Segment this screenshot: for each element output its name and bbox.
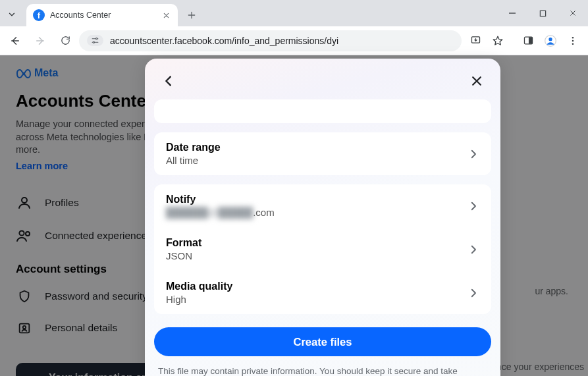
modal-close-button[interactable]: [465, 69, 489, 93]
tab-close-button[interactable]: [161, 10, 171, 20]
bookmark-button[interactable]: [487, 30, 509, 52]
window-controls: [497, 0, 588, 26]
reload-icon: [60, 35, 71, 46]
address-bar[interactable]: accountscenter.facebook.com/info_and_per…: [79, 30, 462, 51]
modal-header-card: [154, 99, 491, 123]
svg-rect-5: [529, 38, 531, 44]
svg-point-8: [572, 37, 574, 39]
chevron-right-icon: [468, 200, 479, 212]
chevron-right-icon: [468, 244, 479, 255]
download-info-modal: Date range All time Notify ██████@█████.…: [145, 59, 500, 376]
window-close-button[interactable]: [558, 0, 588, 26]
url-text: accountscenter.facebook.com/info_and_per…: [110, 36, 338, 46]
privacy-notice: This file may contain private informatio…: [154, 365, 491, 376]
window-minimize-button[interactable]: [497, 0, 527, 26]
page-content: Meta Accounts Center Manage your connect…: [0, 55, 588, 376]
row-value: All time: [166, 155, 221, 166]
tune-icon: [91, 36, 99, 45]
tab-title: Accounts Center: [50, 11, 155, 20]
forward-button[interactable]: [29, 30, 51, 52]
star-icon: [492, 35, 504, 47]
row-label: Media quality: [166, 281, 232, 292]
maximize-icon: [539, 10, 547, 17]
close-icon: [569, 9, 577, 17]
tabstrip-dropdown[interactable]: [0, 3, 24, 26]
row-label: Date range: [166, 142, 221, 153]
svg-point-1: [95, 38, 97, 40]
sidepanel-icon: [523, 35, 534, 46]
site-info-chip[interactable]: [87, 35, 103, 46]
row-format[interactable]: Format JSON: [154, 227, 491, 271]
chevron-right-icon: [468, 148, 479, 160]
profile-icon: [544, 34, 557, 47]
email-suffix: .com: [253, 207, 275, 218]
row-date-range[interactable]: Date range All time: [154, 132, 491, 175]
profile-button[interactable]: [539, 30, 562, 52]
svg-point-9: [572, 40, 574, 41]
row-value: JSON: [166, 250, 201, 261]
new-tab-button[interactable]: [182, 5, 201, 25]
email-redacted: ██████@█████: [166, 207, 253, 218]
svg-point-7: [548, 38, 552, 41]
reload-button[interactable]: [54, 30, 76, 52]
minimize-icon: [508, 9, 516, 17]
kebab-icon: [568, 36, 578, 46]
modal-back-button[interactable]: [157, 69, 180, 93]
row-label: Format: [166, 237, 201, 249]
svg-point-2: [93, 41, 94, 43]
arrow-left-icon: [9, 35, 21, 47]
row-label: Notify: [166, 194, 275, 205]
chevron-right-icon: [468, 287, 479, 299]
row-media-quality[interactable]: Media quality High: [154, 271, 491, 314]
arrow-right-icon: [34, 35, 46, 47]
plus-icon: [187, 11, 196, 20]
install-icon: [470, 35, 481, 46]
browser-toolbar: accountscenter.facebook.com/info_and_per…: [0, 26, 588, 55]
svg-point-10: [572, 43, 574, 45]
svg-rect-0: [540, 11, 545, 16]
create-files-button[interactable]: Create files: [154, 327, 491, 356]
sidepanel-button[interactable]: [517, 30, 539, 52]
toolbar-right-icons: [464, 30, 584, 52]
facebook-icon: f: [33, 9, 45, 21]
row-value: High: [166, 294, 232, 305]
chevron-down-icon: [7, 10, 16, 19]
browser-tab[interactable]: f Accounts Center: [26, 4, 178, 26]
close-icon: [163, 12, 170, 19]
back-button[interactable]: [4, 30, 26, 52]
row-value: ██████@█████.com: [166, 207, 275, 218]
install-app-button[interactable]: [464, 30, 487, 52]
close-icon: [470, 74, 483, 88]
chevron-left-icon: [161, 74, 176, 88]
titlebar: f Accounts Center: [0, 0, 588, 26]
overflow-menu-button[interactable]: [562, 30, 584, 52]
row-notify[interactable]: Notify ██████@█████.com: [154, 184, 491, 227]
window-maximize-button[interactable]: [527, 0, 558, 26]
